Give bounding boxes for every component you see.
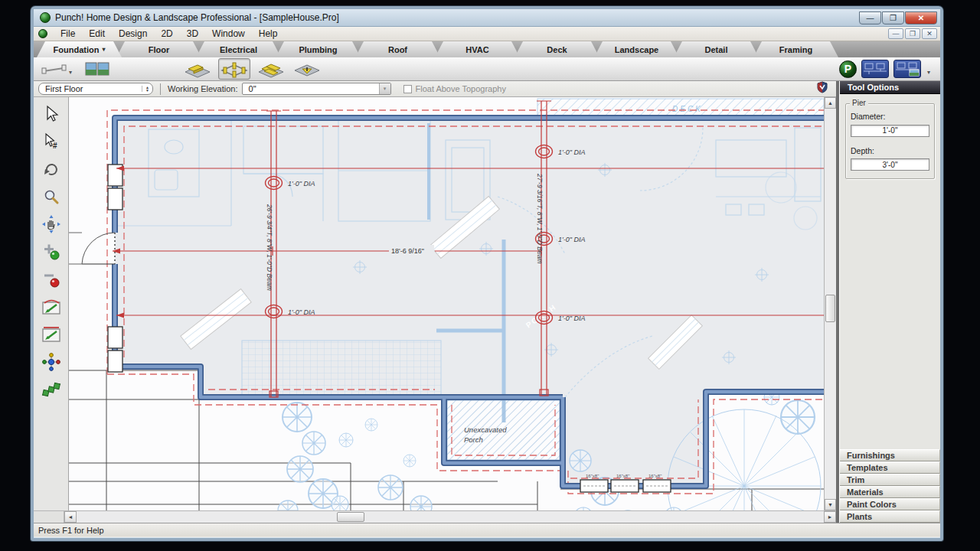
plan-photo-view-button[interactable]	[893, 60, 921, 78]
tab-roof[interactable]: Roof	[355, 41, 440, 57]
mdi-minimize-button[interactable]: —	[888, 28, 903, 39]
drawing-canvas[interactable]: DECK	[69, 97, 824, 510]
tab-framing[interactable]: Framing	[753, 41, 838, 57]
app-icon	[40, 12, 51, 23]
tab-floor[interactable]: Floor	[116, 41, 201, 57]
tab-plumbing[interactable]: Plumbing	[276, 41, 361, 57]
horizontal-scroll-track[interactable]	[77, 511, 824, 523]
chevron-down-icon[interactable]: ▾	[379, 83, 390, 94]
tool-palette: #	[34, 97, 69, 510]
zoom-in-tool[interactable]	[39, 240, 63, 263]
materials-button[interactable]: Materials	[840, 486, 940, 498]
horizontal-scrollbar[interactable]: ◄ ►	[34, 510, 836, 523]
chevron-down-icon[interactable]: ▾	[69, 69, 72, 76]
pier-dia-label: 1'-0" DIA	[558, 148, 585, 156]
spinner-icon[interactable]: ▲▼	[142, 86, 152, 92]
next-view-tool[interactable]	[39, 322, 63, 346]
shield-icon	[816, 81, 828, 96]
scrollbar-corner	[34, 511, 64, 523]
mdi-restore-button[interactable]: ❐	[905, 28, 920, 39]
separator	[160, 83, 161, 95]
plan-tab-strip: Foundation ▾ Floor Electrical Plumbing R…	[34, 41, 940, 57]
maximize-button[interactable]: ❐	[882, 11, 904, 24]
horizontal-scroll-thumb[interactable]	[337, 512, 364, 522]
tab-landscape[interactable]: Landscape	[594, 41, 679, 57]
chevron-down-icon: ▾	[102, 46, 105, 53]
vent-size-label: 16"x8"	[616, 474, 629, 478]
scroll-up-button[interactable]: ▲	[825, 97, 836, 109]
tab-detail[interactable]: Detail	[674, 41, 759, 57]
rotate-tool[interactable]	[39, 157, 63, 181]
scroll-right-button[interactable]: ►	[824, 511, 836, 523]
chevron-down-icon[interactable]: ▾	[927, 69, 930, 76]
zoom-out-tool[interactable]	[39, 267, 63, 291]
tool-options-header: Tool Options	[840, 81, 940, 94]
menu-edit[interactable]: Edit	[82, 28, 112, 39]
view-arrow-icon	[41, 298, 61, 316]
working-elevation-field[interactable]: 0" ▾	[242, 83, 391, 95]
status-bar: Press F1 for Help	[34, 523, 940, 536]
vertical-scrollbar[interactable]: ▲ ▼	[824, 97, 836, 510]
zoom-tool[interactable]	[39, 184, 63, 208]
pier-dia-label: 1'-0" DIA	[288, 180, 315, 187]
library-buttons: Furnishings Templates Trim Materials Pai…	[840, 449, 940, 523]
previous-view-tool[interactable]	[39, 295, 63, 318]
tab-hvac[interactable]: HVAC	[435, 41, 520, 57]
furnishings-button[interactable]: Furnishings	[840, 449, 940, 461]
tab-deck[interactable]: Deck	[514, 41, 599, 57]
menu-bar: File Edit Design 2D 3D Window Help — ❐ ✕	[34, 27, 940, 41]
minimize-button[interactable]: —	[859, 11, 881, 24]
select-tool[interactable]	[39, 102, 63, 126]
dimension-tool-button[interactable]	[41, 63, 67, 75]
move-point-tool[interactable]	[39, 350, 63, 373]
status-text: Press F1 for Help	[38, 526, 104, 535]
unexcavated-porch-label: Unexcavated	[464, 425, 507, 434]
magnifier-icon	[42, 187, 60, 206]
working-elevation-value: 0"	[249, 84, 256, 93]
menu-design[interactable]: Design	[112, 28, 154, 39]
trim-button[interactable]: Trim	[840, 474, 940, 486]
mdi-close-button[interactable]: ✕	[922, 28, 937, 39]
image-view-button[interactable]	[85, 61, 109, 77]
plants-button[interactable]: Plants	[840, 510, 940, 523]
select-numeric-tool[interactable]: #	[39, 129, 63, 153]
app-window: Punch! Home Design & Landscape Professio…	[31, 6, 943, 541]
templates-button[interactable]: Templates	[840, 461, 940, 474]
menu-3d[interactable]: 3D	[180, 28, 205, 39]
scroll-left-button[interactable]: ◄	[64, 511, 77, 523]
dimension-label: 18'-6 9/16"	[391, 247, 424, 255]
pan-tool[interactable]	[39, 212, 63, 236]
footing-tool-button[interactable]	[182, 59, 213, 79]
fence-tool[interactable]	[39, 377, 63, 401]
close-button[interactable]: ✕	[905, 11, 937, 24]
menu-window[interactable]: Window	[205, 28, 252, 39]
cursor-numeric-icon: #	[42, 132, 60, 151]
pier-tool-button[interactable]	[218, 58, 250, 80]
diameter-input[interactable]	[851, 125, 929, 137]
plan-view-button[interactable]	[861, 60, 889, 78]
scroll-down-button[interactable]: ▼	[825, 499, 836, 510]
menu-file[interactable]: File	[54, 28, 82, 39]
menu-2d[interactable]: 2D	[154, 28, 179, 39]
depth-input[interactable]	[851, 158, 929, 171]
foundation-plan[interactable]: DECK	[69, 97, 824, 510]
tab-electrical[interactable]: Electrical	[196, 41, 281, 57]
cursor-icon	[42, 105, 60, 123]
beam-right-label: 27'-9 3/16"T, 8"W, 1'-0"D Beam	[536, 173, 544, 264]
joist-tool-button[interactable]	[256, 59, 286, 79]
slab-tool-button[interactable]	[292, 59, 322, 79]
paint-colors-button[interactable]: Paint Colors	[840, 498, 940, 510]
floor-selector[interactable]: First Floor ▲▼	[38, 83, 153, 95]
plus-icon	[42, 243, 60, 261]
working-elevation-label: Working Elevation:	[168, 84, 238, 93]
tab-foundation[interactable]: Foundation ▾	[37, 41, 122, 57]
pier-dia-label: 1'-0" DIA	[288, 308, 315, 316]
menu-help[interactable]: Help	[252, 28, 285, 39]
float-above-topography-checkbox[interactable]	[403, 85, 412, 93]
pier-dia-label: 1'-0" DIA	[558, 236, 585, 243]
vertical-scroll-thumb[interactable]	[825, 295, 835, 322]
title-bar[interactable]: Punch! Home Design & Landscape Professio…	[34, 9, 940, 27]
wall-vents-bottom[interactable]: 16"x8" 16"x8" 16"x8"	[580, 474, 671, 492]
slab-tool-icon	[292, 59, 322, 79]
pier-dia-label: 1'-0" DIA	[558, 315, 585, 322]
